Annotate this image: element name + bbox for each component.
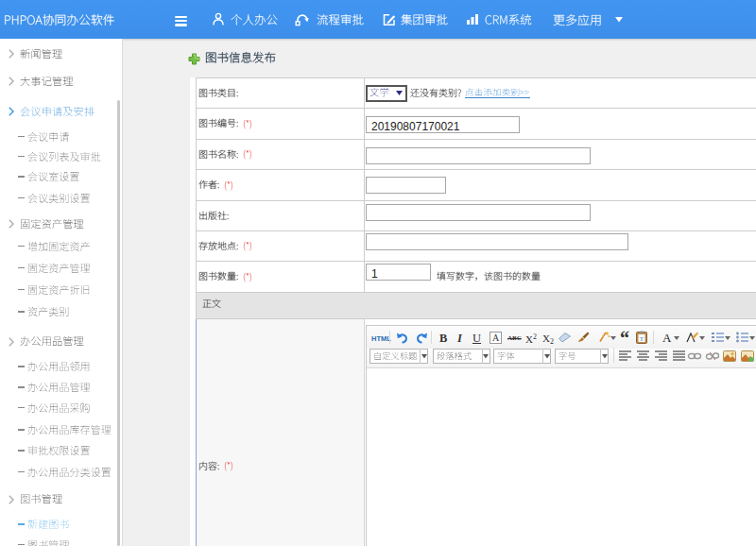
svg-text:T: T	[640, 335, 644, 343]
